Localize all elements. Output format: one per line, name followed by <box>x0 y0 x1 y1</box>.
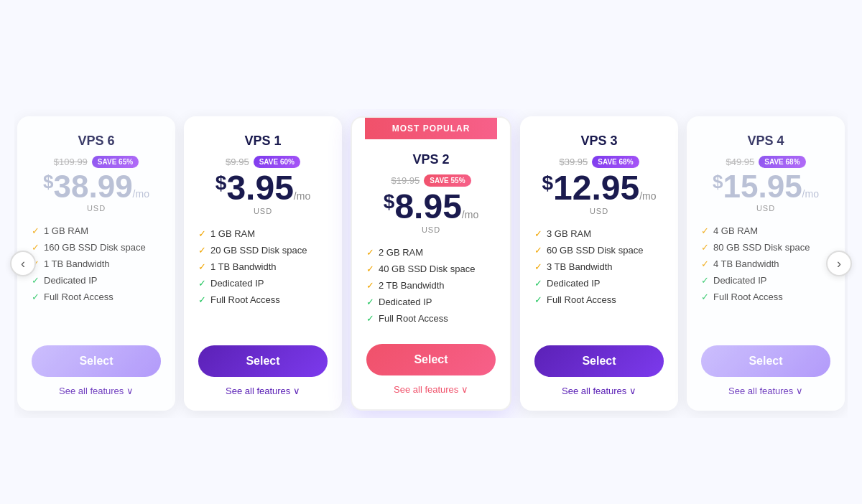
plan-name-vps2: VPS 2 <box>366 152 496 167</box>
price-main-vps1: $3.95/mo <box>198 171 328 205</box>
feature-text: 2 GB RAM <box>379 247 423 258</box>
features-list-vps2: ✓ 2 GB RAM ✓ 40 GB SSD Disk space ✓ 2 TB… <box>366 247 496 330</box>
plan-card-vps4: VPS 4$49.95SAVE 68%$15.95/moUSD ✓ 4 GB R… <box>687 116 845 411</box>
feature-text: Dedicated IP <box>210 278 264 289</box>
price-row-vps1: $9.95SAVE 60% <box>198 156 328 168</box>
check-icon: ✓ <box>534 278 542 289</box>
carousel-next-button[interactable]: › <box>826 251 852 276</box>
select-button-vps4[interactable]: Select <box>701 345 830 377</box>
plan-card-vps1: VPS 1$9.95SAVE 60%$3.95/moUSD ✓ 1 GB RAM… <box>184 116 342 411</box>
check-icon: ✓ <box>32 275 40 286</box>
see-features-vps2[interactable]: See all features ∨ <box>366 384 496 395</box>
period-vps1: /mo <box>294 190 310 202</box>
feature-text: 40 GB SSD Disk space <box>379 263 475 274</box>
most-popular-badge: MOST POPULAR <box>365 118 497 139</box>
feature-text: Full Root Access <box>379 313 448 324</box>
select-button-vps2[interactable]: Select <box>366 344 496 375</box>
currency-label-vps6: USD <box>32 204 161 213</box>
feature-item: ✓ 80 GB SSD Disk space <box>701 242 830 253</box>
carousel-wrapper: ‹ VPS 6$109.99SAVE 65%$38.99/moUSD ✓ 1 G… <box>14 109 848 418</box>
feature-item: ✓ 3 GB RAM <box>534 228 664 239</box>
check-icon: ✓ <box>701 258 709 269</box>
feature-item: ✓ Full Root Access <box>366 313 496 324</box>
feature-item: ✓ Full Root Access <box>534 294 664 305</box>
original-price-vps2: $19.95 <box>391 175 420 186</box>
see-features-vps1[interactable]: See all features ∨ <box>198 386 328 396</box>
currency-label-vps2: USD <box>366 225 496 234</box>
feature-item: ✓ 3 TB Bandwidth <box>534 261 664 272</box>
see-features-vps3[interactable]: See all features ∨ <box>534 386 664 396</box>
check-icon: ✓ <box>534 294 542 305</box>
feature-text: 3 TB Bandwidth <box>547 261 613 272</box>
check-icon: ✓ <box>534 245 542 256</box>
feature-item: ✓ 2 GB RAM <box>366 247 496 258</box>
amount-vps1: 3.95 <box>226 169 293 207</box>
feature-text: 3 GB RAM <box>547 228 591 239</box>
check-icon: ✓ <box>366 280 374 291</box>
currency-vps4: $ <box>713 171 723 192</box>
feature-text: Full Root Access <box>210 294 280 305</box>
feature-text: Full Root Access <box>713 291 783 302</box>
original-price-vps4: $49.95 <box>726 157 754 167</box>
check-icon: ✓ <box>701 242 709 253</box>
currency-vps3: $ <box>542 172 553 194</box>
price-row-vps6: $109.99SAVE 65% <box>32 156 161 168</box>
feature-item: ✓ 4 TB Bandwidth <box>701 258 830 269</box>
feature-text: 1 GB RAM <box>44 225 88 236</box>
period-vps4: /mo <box>802 188 819 200</box>
check-icon: ✓ <box>701 291 709 302</box>
features-list-vps6: ✓ 1 GB RAM ✓ 160 GB SSD Disk space ✓ 1 T… <box>32 225 161 331</box>
check-icon: ✓ <box>198 294 206 305</box>
feature-text: 1 TB Bandwidth <box>44 258 110 269</box>
save-badge-vps6: SAVE 65% <box>92 156 139 168</box>
check-icon: ✓ <box>198 245 206 256</box>
feature-item: ✓ Full Root Access <box>32 291 161 302</box>
feature-text: 20 GB SSD Disk space <box>210 245 307 256</box>
price-main-vps3: $12.95/mo <box>534 171 664 205</box>
feature-item: ✓ Full Root Access <box>198 294 328 305</box>
save-badge-vps3: SAVE 68% <box>592 156 639 168</box>
see-features-vps4[interactable]: See all features ∨ <box>701 386 830 396</box>
feature-item: ✓ Full Root Access <box>701 291 830 302</box>
select-button-vps1[interactable]: Select <box>198 345 328 377</box>
select-button-vps6[interactable]: Select <box>32 345 161 377</box>
feature-text: 2 TB Bandwidth <box>379 280 445 291</box>
save-badge-vps2: SAVE 55% <box>424 174 471 187</box>
currency-label-vps1: USD <box>198 207 328 215</box>
price-main-vps4: $15.95/mo <box>701 171 830 202</box>
carousel-prev-button[interactable]: ‹ <box>10 251 36 276</box>
original-price-vps3: $39.95 <box>559 157 588 167</box>
check-icon: ✓ <box>32 242 40 253</box>
check-icon: ✓ <box>366 313 374 324</box>
feature-text: Dedicated IP <box>44 275 97 286</box>
feature-item: ✓ Dedicated IP <box>32 275 161 286</box>
feature-item: ✓ 20 GB SSD Disk space <box>198 245 328 256</box>
see-features-vps6[interactable]: See all features ∨ <box>32 386 161 396</box>
price-main-vps2: $8.95/mo <box>366 190 496 224</box>
feature-text: 4 GB RAM <box>713 225 758 236</box>
plan-name-vps4: VPS 4 <box>701 134 830 149</box>
feature-text: 60 GB SSD Disk space <box>547 245 643 256</box>
plans-container: VPS 6$109.99SAVE 65%$38.99/moUSD ✓ 1 GB … <box>14 109 848 418</box>
feature-text: 4 TB Bandwidth <box>713 258 779 269</box>
plan-card-vps6: VPS 6$109.99SAVE 65%$38.99/moUSD ✓ 1 GB … <box>17 116 175 411</box>
feature-text: Full Root Access <box>44 291 113 302</box>
feature-item: ✓ 160 GB SSD Disk space <box>32 242 161 253</box>
feature-item: ✓ 4 GB RAM <box>701 225 830 236</box>
feature-item: ✓ 1 GB RAM <box>198 228 328 239</box>
feature-text: Dedicated IP <box>547 278 600 289</box>
select-button-vps3[interactable]: Select <box>534 345 664 377</box>
features-list-vps4: ✓ 4 GB RAM ✓ 80 GB SSD Disk space ✓ 4 TB… <box>701 225 830 331</box>
currency-label-vps4: USD <box>701 204 830 213</box>
currency-vps2: $ <box>384 190 395 213</box>
feature-item: ✓ 2 TB Bandwidth <box>366 280 496 291</box>
features-list-vps1: ✓ 1 GB RAM ✓ 20 GB SSD Disk space ✓ 1 TB… <box>198 228 328 331</box>
feature-item: ✓ 60 GB SSD Disk space <box>534 245 664 256</box>
check-icon: ✓ <box>534 228 542 239</box>
save-badge-vps4: SAVE 68% <box>759 156 805 168</box>
save-badge-vps1: SAVE 60% <box>254 156 300 168</box>
plan-card-vps3: VPS 3$39.95SAVE 68%$12.95/moUSD ✓ 3 GB R… <box>520 116 678 411</box>
original-price-vps1: $9.95 <box>226 157 249 167</box>
check-icon: ✓ <box>366 263 374 274</box>
feature-item: ✓ 1 GB RAM <box>32 225 161 236</box>
